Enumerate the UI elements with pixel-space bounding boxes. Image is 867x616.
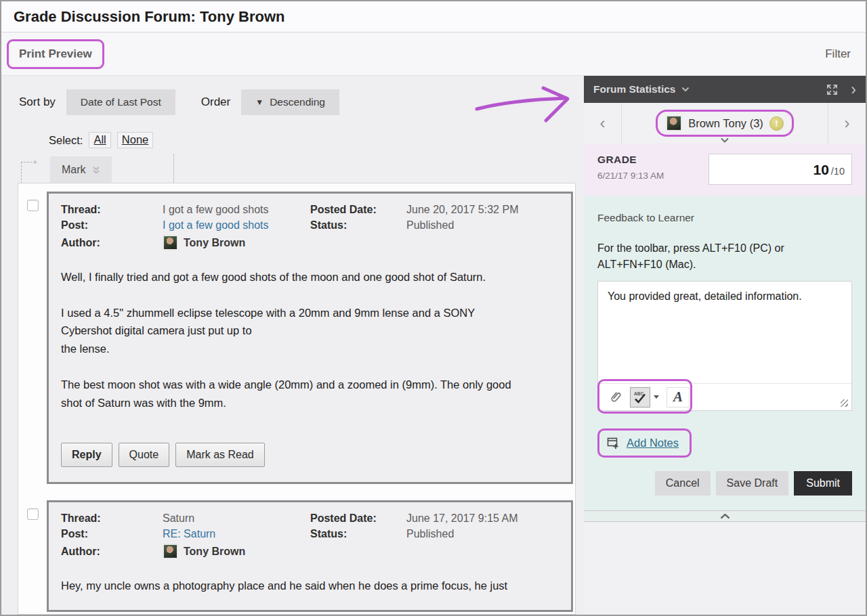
order-label: Order (201, 95, 230, 109)
title-bar: Grade Discussion Forum: Tony Brown (1, 1, 866, 32)
post-meta: Thread: I got a few good shots Posted Da… (61, 204, 559, 250)
mark-label: Mark (62, 164, 86, 176)
select-controls: Select: All None (49, 132, 153, 148)
grade-denominator: /10 (831, 166, 845, 177)
spellcheck-icon: ABC (633, 391, 647, 404)
chevron-down-icon (681, 87, 690, 92)
feedback-section: Feedback to Learner For the toolbar, pre… (584, 196, 866, 510)
svg-text:ABC: ABC (634, 391, 643, 396)
post-label: Post: (61, 219, 163, 232)
sort-controls: Sort by Date of Last Post Order ▼ Descen… (19, 89, 339, 115)
spellcheck-button[interactable]: ABC (630, 387, 650, 408)
posted-date-label: Posted Date: (310, 204, 406, 216)
spellcheck-dropdown-caret[interactable] (654, 395, 659, 399)
chevron-down-icon[interactable] (720, 137, 729, 143)
author-avatar (163, 544, 178, 559)
feedback-editor: You provided great, detailed information… (597, 281, 852, 411)
panel-empty-area (584, 522, 866, 615)
sort-by-dropdown[interactable]: Date of Last Post (66, 89, 175, 115)
student-navigation: ‹ Brown Tony (3) ! › (584, 103, 866, 144)
expand-icon[interactable] (826, 83, 839, 96)
thread-list-area: Sort by Date of Last Post Order ▼ Descen… (1, 76, 584, 615)
grading-panel: Forum Statistics › (584, 76, 866, 615)
post-paragraph: The best moon shot was with a wide angle… (61, 376, 559, 412)
select-all-link[interactable]: All (89, 132, 110, 148)
save-draft-button[interactable]: Save Draft (716, 471, 789, 496)
action-bar: Print Preview Filter (1, 32, 866, 76)
post-row: Thread: I got a few good shots Posted Da… (18, 192, 575, 484)
post-meta: Thread: Saturn Posted Date: June 17, 201… (61, 512, 559, 559)
forum-statistics-header: Forum Statistics › (584, 76, 866, 103)
forum-statistics-label: Forum Statistics (593, 83, 675, 95)
post-link[interactable]: I got a few good shots (163, 219, 310, 232)
page-title: Grade Discussion Forum: Tony Brown (14, 8, 285, 26)
author-label: Author: (61, 237, 163, 249)
select-label: Select: (49, 134, 83, 147)
filter-button[interactable]: Filter (825, 47, 851, 61)
post-paragraph: I used a 4.5" zhummell eclipse telescope… (61, 304, 559, 358)
sort-by-value: Date of Last Post (81, 96, 161, 108)
mark-row: Mark (50, 156, 112, 183)
author-avatar (163, 235, 178, 250)
status-label: Status: (310, 528, 406, 540)
author-label: Author: (61, 546, 163, 558)
posted-date-value: June 20, 2017 5:32 PM (406, 204, 559, 216)
post-checkbox[interactable] (27, 200, 39, 211)
thread-label: Thread: (61, 204, 163, 216)
resize-handle[interactable] (841, 399, 848, 407)
student-name: Brown Tony (3) (688, 117, 763, 130)
branch-line (21, 162, 35, 162)
submit-button[interactable]: Submit (794, 471, 852, 496)
grade-date: 6/21/17 9:13 AM (597, 171, 664, 181)
collapse-panel-chevron[interactable]: › (851, 82, 856, 97)
print-preview-highlight: Print Preview (7, 39, 104, 69)
mark-as-read-button[interactable]: Mark as Read (175, 443, 265, 467)
post-actions: Reply Quote Mark as Read (61, 443, 559, 467)
font-style-button[interactable]: A (667, 387, 690, 408)
post-card: Thread: Saturn Posted Date: June 17, 201… (47, 500, 573, 612)
needs-grading-icon: ! (769, 116, 784, 131)
author-name: Tony Brown (184, 546, 245, 558)
student-avatar (666, 115, 682, 131)
student-selector[interactable]: Brown Tony (3) ! (656, 110, 794, 137)
double-chevron-down-icon (92, 166, 100, 175)
author-cell: Tony Brown (163, 544, 310, 559)
grade-label: GRADE (597, 154, 664, 166)
thread-value: Saturn (163, 512, 310, 525)
add-notes-icon (607, 437, 620, 449)
annotation-arrow (473, 80, 584, 127)
feedback-heading: Feedback to Learner (597, 212, 852, 224)
grade-input[interactable]: 10 /10 (709, 154, 852, 185)
previous-student-button[interactable]: ‹ (584, 103, 622, 144)
cancel-button[interactable]: Cancel (655, 471, 711, 496)
order-dropdown[interactable]: ▼ Descending (241, 89, 339, 115)
order-value: Descending (270, 96, 325, 108)
toolbar-instructions: For the toolbar, press ALT+F10 (PC) or A… (597, 240, 821, 273)
select-none-link[interactable]: None (117, 132, 153, 148)
reply-button[interactable]: Reply (61, 443, 112, 467)
post-link[interactable]: RE: Saturn (163, 528, 310, 540)
editor-toolbar: ABC A (598, 383, 851, 410)
post-checkbox[interactable] (27, 508, 39, 520)
sort-by-label: Sort by (19, 95, 56, 109)
content-area: Sort by Date of Last Post Order ▼ Descen… (1, 76, 866, 615)
post-row: Thread: Saturn Posted Date: June 17, 201… (18, 500, 575, 612)
collapse-strip[interactable] (584, 510, 866, 522)
print-preview-button[interactable]: Print Preview (9, 41, 102, 67)
add-notes-link[interactable]: Add Notes (627, 437, 679, 449)
attach-file-button[interactable] (605, 387, 625, 408)
posts-list: Thread: I got a few good shots Posted Da… (18, 183, 576, 615)
mark-dropdown[interactable]: Mark (50, 156, 112, 183)
quote-button[interactable]: Quote (119, 443, 170, 467)
post-paragraph: Hey, my uncle owns a photography place a… (61, 577, 559, 595)
next-student-button[interactable]: › (828, 103, 866, 144)
feedback-textarea[interactable]: You provided great, detailed information… (598, 282, 851, 383)
grade-section: GRADE 6/21/17 9:13 AM 10 /10 (584, 144, 866, 196)
status-label: Status: (310, 219, 406, 232)
paperclip-icon (605, 387, 626, 408)
add-notes-highlight: Add Notes (597, 428, 692, 458)
forum-statistics-dropdown[interactable]: Forum Statistics (593, 83, 690, 95)
post-paragraph: Well, I finally tried and got a few good… (61, 268, 559, 286)
grade-score: 10 (813, 162, 828, 178)
feedback-buttons: Cancel Save Draft Submit (597, 471, 852, 496)
